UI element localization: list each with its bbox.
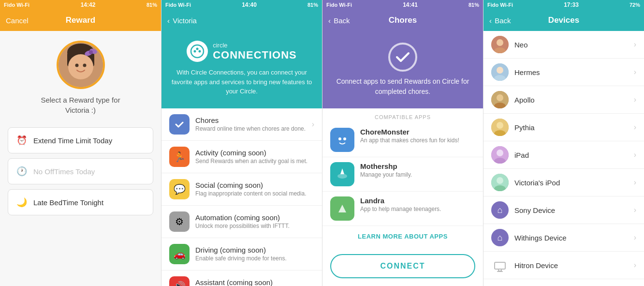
device-ipad[interactable]: iPad › [483, 141, 644, 169]
activity-text: Activity (coming soon) Send Rewards when… [195, 149, 314, 165]
withings-name: Withings Device [514, 234, 628, 242]
driving-icon: 🚗 [169, 244, 190, 264]
back-button-2[interactable]: ‹ Victoria [167, 16, 197, 25]
connections-header: circle CONNECTIONS With Circle Connectio… [161, 31, 322, 108]
extend-icon: ⏰ [16, 135, 28, 146]
panel-chores: Fido Wi-Fi 14:41 81% ‹ Back Chores Conne… [322, 0, 483, 286]
social-icon: 💬 [169, 179, 190, 199]
select-reward-text: Select a Reward type for Victoria :) [41, 95, 120, 115]
reward-option-offtimes: 🕐 No OffTimes Today [8, 158, 153, 184]
status-battery-4: 72% [629, 2, 640, 8]
status-carrier-4: Fido Wi-Fi [487, 2, 513, 8]
apollo-avatar [491, 91, 509, 108]
neo-avatar [491, 36, 509, 53]
connection-automation: ⚙ Automation (coming soon) Unlock more p… [161, 206, 322, 238]
reward-options-list: ⏰ Extend Time Limit Today 🕐 No OffTimes … [0, 122, 161, 220]
svg-point-13 [199, 50, 201, 53]
home-icon-withings: ⌂ [498, 233, 503, 243]
status-time-1: 14:42 [81, 1, 96, 8]
nav-bar-3: ‹ Back Chores [322, 10, 483, 31]
hermes-avatar [491, 63, 509, 81]
landra-text: Landra App to help manage teenagers. [360, 196, 475, 212]
device-pythia[interactable]: Pythia › [483, 114, 644, 141]
device-victorias-ipod[interactable]: Victoria's iPod › [483, 169, 644, 196]
connections-description: With Circle Connections, you can connect… [171, 68, 312, 96]
back-button-3[interactable]: ‹ Back [328, 16, 350, 25]
status-time-2: 14:40 [242, 1, 257, 8]
status-bar-2: Fido Wi-Fi 14:40 81% [161, 0, 322, 10]
svg-point-6 [83, 64, 86, 67]
pythia-chevron: › [634, 123, 636, 132]
hitron-chevron: › [634, 261, 636, 270]
reward-option-bedtime[interactable]: 🌙 Late BedTime Tonight [8, 189, 153, 215]
apollo-name: Apollo [514, 96, 628, 104]
ipad-avatar [491, 146, 509, 164]
cancel-button[interactable]: Cancel [6, 16, 29, 25]
chores-icon [169, 114, 190, 135]
compatible-apps-label: COMPATIBLE APPS [322, 108, 483, 123]
back-arrow-2: ‹ [167, 16, 170, 25]
svg-rect-40 [498, 269, 501, 271]
withings-avatar: ⌂ [491, 229, 509, 246]
connection-social: 💬 Social (coming soon) Flag inappropriat… [161, 173, 322, 206]
svg-point-37 [497, 177, 503, 184]
svg-point-12 [196, 48, 199, 50]
nav-title-3: Chores [389, 15, 417, 25]
hitron-name: Hitron Device [514, 261, 628, 270]
chores-arrow: › [312, 120, 314, 129]
reward-option-extend[interactable]: ⏰ Extend Time Limit Today [8, 127, 153, 153]
assistant-text: Assistant (coming soon) Ask Alexa about … [195, 278, 314, 286]
device-apollo[interactable]: Apollo › [483, 86, 644, 114]
connect-button[interactable]: CONNECT [330, 254, 475, 278]
app-mothership[interactable]: Mothershp Manage your family. [322, 157, 483, 192]
neo-chevron: › [634, 40, 636, 49]
offtimes-icon: 🕐 [16, 166, 28, 177]
device-neo[interactable]: Neo › [483, 31, 644, 59]
ipad-chevron: › [634, 151, 636, 159]
status-time-3: 14:41 [403, 1, 418, 8]
bedtime-icon: 🌙 [16, 196, 28, 208]
status-carrier-2: Fido Wi-Fi [165, 2, 191, 8]
chores-header: Connect apps to send Rewards on Circle f… [322, 31, 483, 108]
social-text: Social (coming soon) Flag inappropriate … [195, 181, 314, 197]
app-choremonster[interactable]: ChoreMonster An app that makes chores fu… [322, 123, 483, 157]
device-sony[interactable]: ⌂ Sony Device › [483, 196, 644, 224]
choremonster-text: ChoreMonster An app that makes chores fu… [360, 128, 475, 144]
sony-name: Sony Device [514, 206, 628, 214]
hermes-chevron: › [634, 68, 636, 76]
sony-chevron: › [634, 206, 636, 214]
checkmark-icon [174, 119, 185, 130]
apollo-chevron: › [634, 95, 636, 104]
ipod-name: Victoria's iPod [514, 179, 628, 187]
nav-bar-1: Cancel Reward [0, 10, 161, 31]
status-battery-1: 81% [146, 2, 157, 8]
connections-list: Chores Reward online time when chores ar… [161, 108, 322, 286]
device-withings[interactable]: ⌂ Withings Device › [483, 224, 644, 252]
learn-more-link[interactable]: LEARN MORE ABOUT APPS [322, 226, 483, 247]
nav-bar-2: ‹ Victoria [161, 10, 322, 31]
mycloud-icon [491, 284, 509, 286]
svg-rect-41 [497, 271, 503, 272]
device-mycloud[interactable]: MyCloud-2 › [483, 279, 644, 286]
panel-connections: Fido Wi-Fi 14:40 81% ‹ Victoria circle C… [161, 0, 322, 286]
connection-chores[interactable]: Chores Reward online time when chores ar… [161, 108, 322, 141]
device-hitron[interactable]: Hitron Device › [483, 252, 644, 279]
device-hermes[interactable]: Hermes › [483, 59, 644, 86]
nav-bar-4: ‹ Back Devices [483, 10, 644, 31]
svg-point-16 [343, 137, 346, 140]
app-landra[interactable]: Landra App to help manage teenagers. [322, 192, 483, 226]
svg-point-11 [194, 50, 196, 53]
landra-icon [330, 196, 354, 221]
panel-reward: Fido Wi-Fi 14:42 81% Cancel Reward [0, 0, 161, 286]
back-arrow-3: ‹ [328, 16, 331, 25]
mothership-logo [334, 166, 351, 183]
chore-check-circle [388, 43, 417, 72]
status-bar-1: Fido Wi-Fi 14:42 81% [0, 0, 161, 10]
withings-chevron: › [634, 233, 636, 242]
bedtime-label: Late BedTime Tonight [33, 198, 103, 207]
avatar-image [59, 43, 103, 87]
hitron-icon [491, 256, 509, 274]
landra-logo [334, 200, 351, 217]
pythia-name: Pythia [514, 123, 628, 132]
back-button-4[interactable]: ‹ Back [489, 16, 511, 25]
